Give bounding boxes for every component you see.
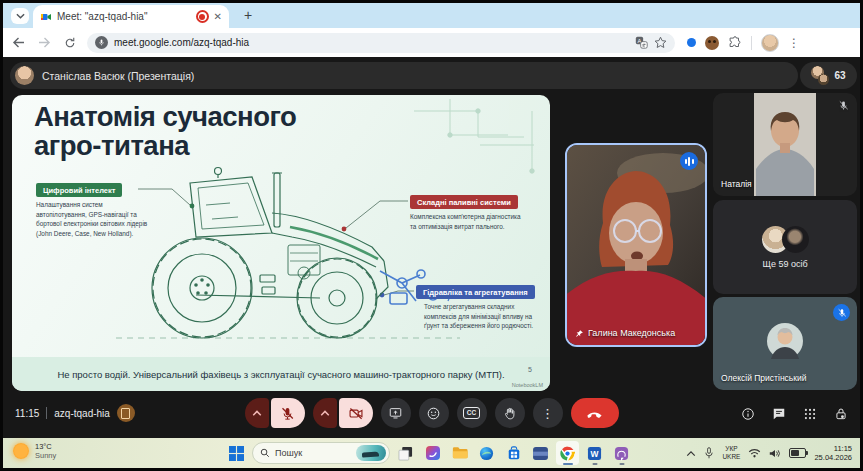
- url-text: meet.google.com/azq-tqad-hia: [114, 37, 629, 48]
- host-controls-lock-icon[interactable]: [834, 407, 848, 421]
- start-button[interactable]: [225, 441, 248, 465]
- bookmark-star-icon[interactable]: [654, 36, 667, 49]
- language-indicator[interactable]: УКР UKRE: [722, 445, 740, 461]
- more-options-button[interactable]: ⋮: [533, 398, 563, 428]
- meeting-time: 11:15: [15, 408, 39, 419]
- info-icon[interactable]: [741, 407, 755, 421]
- presenter-avatar: [15, 66, 34, 85]
- label-digital-intellect: Цифровий інтелект: [36, 183, 122, 197]
- search-label: Пошук: [275, 448, 351, 458]
- task-view-button[interactable]: [394, 441, 417, 465]
- present-screen-button[interactable]: [381, 398, 411, 428]
- chevron-down-icon: [16, 13, 25, 19]
- video-tile-more-people[interactable]: Ще 59 осіб: [713, 200, 857, 294]
- search-icon: [260, 448, 270, 458]
- new-tab-button[interactable]: +: [239, 6, 257, 24]
- mic-options-button[interactable]: [245, 398, 269, 428]
- meeting-info: 11:15 azq-tqad-hia: [15, 404, 135, 422]
- extension-dot-icon[interactable]: [687, 38, 696, 47]
- tile-nameplate: Наталія: [721, 179, 752, 189]
- tray-clock[interactable]: 11:15 25.04.2026: [814, 444, 852, 463]
- wifi-icon[interactable]: [748, 448, 761, 458]
- mic-off-icon: [833, 304, 850, 321]
- tile-video: [754, 93, 816, 196]
- slide-footer: Не просто водій. Універсальний фахівець …: [12, 357, 550, 391]
- tab-search-button[interactable]: [11, 8, 29, 24]
- browser-tab-meet[interactable]: Meet: "azq-tqad-hia" ✕: [33, 5, 229, 28]
- meet-stage: Станіслав Васюк (Презентація) 63: [3, 57, 860, 438]
- tray-mic-icon[interactable]: [704, 447, 714, 459]
- battery-icon[interactable]: [789, 448, 806, 458]
- back-button[interactable]: [7, 32, 29, 54]
- taskbar-center: Пошук: [225, 441, 633, 465]
- search-highlight-thumbnail: [356, 445, 386, 461]
- activities-grid-icon[interactable]: [803, 407, 817, 421]
- reload-button[interactable]: [59, 32, 81, 54]
- mail-app-icon[interactable]: [529, 441, 552, 465]
- video-tile-oleksii[interactable]: Олексій Пристінський: [713, 297, 857, 390]
- tray-chevron-icon[interactable]: [686, 450, 696, 457]
- address-bar[interactable]: meet.google.com/azq-tqad-hia A: [87, 33, 675, 53]
- word-icon[interactable]: W: [583, 441, 606, 465]
- weather-temperature: 13°C: [35, 442, 56, 451]
- browser-menu-icon[interactable]: ⋮: [788, 36, 800, 50]
- chrome-icon[interactable]: [556, 441, 579, 465]
- room-icon: [117, 404, 135, 422]
- camera-off-button[interactable]: [339, 398, 373, 428]
- video-tile-speaker[interactable]: Галина Македонська: [565, 143, 707, 347]
- edge-icon[interactable]: [475, 441, 498, 465]
- presenter-bar[interactable]: Станіслав Васюк (Презентація): [10, 62, 798, 89]
- notebooklm-watermark: NotebookLM: [512, 382, 543, 388]
- slide-title-line1: Анатомія сучасного: [34, 103, 296, 132]
- browser-tab-strip: Meet: "azq-tqad-hia" ✕ +: [3, 3, 860, 28]
- pin-icon: [575, 329, 584, 338]
- viber-icon[interactable]: [610, 441, 633, 465]
- sun-icon: [13, 443, 29, 459]
- screen: Meet: "azq-tqad-hia" ✕ + meet.google.com…: [0, 0, 863, 471]
- translate-icon[interactable]: A: [635, 36, 648, 49]
- chat-icon[interactable]: [772, 407, 786, 421]
- presentation-slide: Анатомія сучасного агро-титана Цифровий …: [12, 95, 550, 391]
- forward-button[interactable]: [33, 32, 55, 54]
- speaker-video: [567, 145, 705, 345]
- tab-close-icon[interactable]: ✕: [214, 11, 222, 22]
- file-explorer-icon[interactable]: [448, 441, 471, 465]
- taskbar-search[interactable]: Пошук: [252, 442, 390, 464]
- microsoft-store-icon[interactable]: [502, 441, 525, 465]
- speaker-icon[interactable]: [769, 448, 781, 459]
- reactions-button[interactable]: [419, 398, 449, 428]
- extensions-puzzle-icon[interactable]: [728, 36, 742, 50]
- mic-off-button[interactable]: [271, 398, 305, 428]
- running-app-indicator: [592, 463, 597, 465]
- text-digital-intellect: Налаштування систем автопілотування, GPS…: [36, 200, 148, 238]
- tile-nameplate: Олексій Пристінський: [721, 373, 806, 383]
- taskbar-weather-widget[interactable]: 13°C Sunny: [13, 442, 56, 460]
- language-line2: UKRE: [722, 453, 740, 461]
- end-call-button[interactable]: [571, 398, 619, 428]
- mic-permission-icon[interactable]: [95, 36, 108, 49]
- video-tile-natalia[interactable]: Наталія: [713, 93, 857, 196]
- windows-taskbar: 13°C Sunny Пошук: [3, 438, 860, 468]
- mic-control: [245, 398, 305, 428]
- camera-options-button[interactable]: [313, 398, 337, 428]
- call-controls: CC ⋮: [245, 398, 619, 428]
- text-hydraulics: Точне агрегатування складних комплексів …: [424, 302, 536, 331]
- slide-footer-text: Не просто водій. Універсальний фахівець …: [57, 369, 504, 380]
- copilot-icon[interactable]: [421, 441, 444, 465]
- cc-icon: CC: [463, 407, 479, 419]
- participants-count-badge[interactable]: 63: [800, 62, 857, 89]
- participant-mini-avatar: [818, 74, 829, 85]
- speaker-name: Галина Македонська: [588, 328, 675, 338]
- avatar: [782, 226, 809, 253]
- captions-button[interactable]: CC: [457, 398, 487, 428]
- profile-avatar[interactable]: [761, 34, 779, 52]
- meet-favicon-icon: [40, 11, 52, 23]
- extension-owl-icon[interactable]: [705, 36, 719, 50]
- participant-name: Наталія: [721, 179, 752, 189]
- more-options-icon: ⋮: [541, 406, 554, 421]
- label-hydraulics: Гідравліка та агрегатування: [416, 285, 535, 299]
- tray-date: 25.04.2026: [814, 453, 852, 462]
- more-people-avatars: [762, 226, 809, 253]
- raise-hand-button[interactable]: [495, 398, 525, 428]
- running-app-indicator: [619, 463, 624, 465]
